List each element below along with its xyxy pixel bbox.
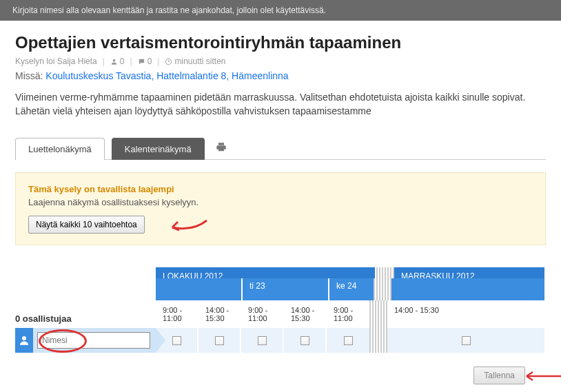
instruction-text: Kirjoita nimesi alla olevaan kenttään ja… — [12, 6, 326, 15]
meta-row: Kyselyn loi Saija Hieta | 0 | 0 | minuut… — [15, 56, 546, 66]
checkbox-cell — [387, 328, 546, 353]
day-header: ke 24 — [329, 278, 374, 300]
checkbox-cell — [198, 328, 241, 353]
checkbox-cell — [327, 328, 369, 353]
checkbox-cell — [241, 328, 284, 353]
collapsed-gap-icon — [369, 300, 387, 328]
option-checkbox[interactable] — [462, 336, 471, 345]
time-slot: 9:00 - 11:00 — [156, 300, 198, 328]
svg-point-2 — [22, 336, 26, 340]
expand-options-button[interactable]: Näytä kaikki 10 vaihtoehtoa — [28, 216, 145, 234]
time-slot: 14:00 - 15:30 — [387, 300, 546, 328]
time-slot: 9:00 - 11:00 — [241, 300, 284, 328]
name-input[interactable] — [37, 332, 150, 349]
tab-calendar-view[interactable]: Kalenterinäkymä — [112, 138, 205, 160]
save-button[interactable]: Tallenna — [473, 367, 525, 384]
time-slot: 14:00 - 15:30 — [198, 300, 241, 328]
speech-bubble-icon — [138, 58, 145, 65]
svg-point-0 — [113, 59, 116, 61]
created-by: Kyselyn loi Saija Hieta — [15, 56, 97, 66]
location-label: Missä: — [15, 70, 43, 81]
notice-desc: Laajenna näkymä osallistuaksesi kyselyyn… — [28, 197, 533, 207]
collapsed-gap-icon — [374, 278, 391, 300]
day-header — [391, 278, 546, 300]
day-header: ti 23 — [243, 278, 329, 300]
notice-box: Tämä kysely on tavallista laajempi Laaje… — [15, 172, 546, 245]
day-header — [156, 278, 243, 300]
person-icon — [110, 58, 118, 65]
location-link[interactable]: Koulutuskeskus Tavastia, Hattelmalantie … — [45, 70, 288, 81]
tab-list-view[interactable]: Luettelonäkymä — [15, 138, 105, 160]
time-slot: 14:00 - 15:30 — [284, 300, 327, 328]
page-title: Opettajien vertaismentorointiryhmän tapa… — [15, 33, 546, 52]
comments-count: 0 — [138, 56, 152, 66]
participants-label: 0 osallistujaa — [15, 313, 156, 324]
option-checkbox[interactable] — [172, 336, 181, 345]
participants-count: 0 — [110, 56, 125, 66]
notice-title: Tämä kysely on tavallista laajempi — [28, 184, 533, 194]
time-slot: 9:00 - 11:00 — [327, 300, 369, 328]
name-input-row — [15, 328, 156, 353]
collapsed-gap-icon — [369, 328, 387, 353]
schedule-table: 0 osallistujaa LOKAKUU 2012to 18 MARRASK… — [15, 267, 546, 353]
option-checkbox[interactable] — [258, 336, 267, 345]
avatar-icon — [15, 328, 33, 353]
location-row: Missä: Koulutuskeskus Tavastia, Hattelma… — [15, 70, 546, 81]
option-checkbox[interactable] — [300, 336, 309, 345]
time-ago: minuutti sitten — [165, 56, 225, 66]
description-text: Viimeinen verme-ryhmämme tapaaminen pide… — [15, 91, 546, 118]
print-icon[interactable] — [216, 142, 227, 155]
checkbox-cell — [284, 328, 327, 353]
clock-icon — [165, 58, 172, 65]
row-arrow-icon — [156, 328, 165, 353]
option-checkbox[interactable] — [215, 336, 224, 345]
instruction-bar: Kirjoita nimesi alla olevaan kenttään ja… — [0, 0, 561, 21]
tabs: Luettelonäkymä Kalenterinäkymä — [15, 137, 546, 160]
option-checkbox[interactable] — [344, 336, 353, 345]
